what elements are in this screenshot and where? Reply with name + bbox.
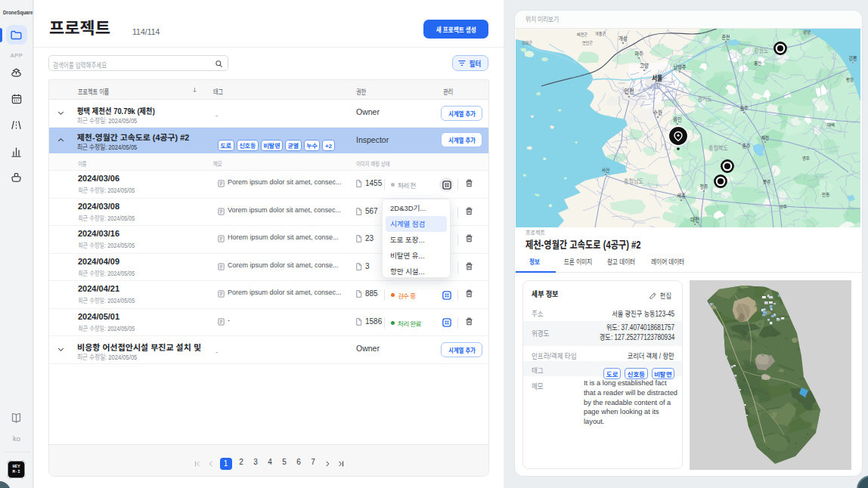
svg-text:배천군: 배천군 <box>577 31 587 38</box>
svg-text:서산: 서산 <box>602 165 610 174</box>
svg-text:수원: 수원 <box>653 108 662 116</box>
svg-text:평창: 평창 <box>846 76 854 83</box>
svg-text:용인: 용인 <box>673 115 682 123</box>
svg-text:충주: 충주 <box>742 141 751 150</box>
svg-text:강화군: 강화군 <box>522 39 532 46</box>
svg-text:태백: 태백 <box>827 121 835 128</box>
svg-text:서울: 서울 <box>652 72 662 83</box>
svg-text:연안군: 연안군 <box>582 39 593 46</box>
svg-text:남양주: 남양주 <box>674 63 687 71</box>
svg-text:개풍군: 개풍군 <box>595 30 606 37</box>
svg-text:인천: 인천 <box>625 86 634 96</box>
svg-text:양양: 양양 <box>803 29 811 36</box>
svg-text:춘천: 춘천 <box>722 32 730 41</box>
svg-text:고양: 고양 <box>640 61 649 69</box>
svg-text:제천: 제천 <box>761 134 769 141</box>
svg-text:안동: 안동 <box>822 190 829 198</box>
svg-text:강릉: 강릉 <box>849 54 857 62</box>
svg-text:개성: 개성 <box>618 34 628 42</box>
svg-text:세종: 세종 <box>677 191 686 199</box>
svg-text:문경: 문경 <box>763 178 770 185</box>
svg-text:원주: 원주 <box>740 103 749 112</box>
svg-text:충청남도: 충청남도 <box>624 176 643 185</box>
svg-text:충청북도: 충청북도 <box>708 143 728 152</box>
svg-text:경기도: 경기도 <box>698 94 712 103</box>
svg-text:청주: 청주 <box>700 182 708 190</box>
svg-text:대전: 대전 <box>690 215 699 224</box>
svg-text:강원도: 강원도 <box>755 45 769 54</box>
svg-text:파주: 파주 <box>635 49 643 57</box>
svg-text:영주: 영주 <box>802 154 810 162</box>
svg-text:상주: 상주 <box>780 202 787 210</box>
svg-text:홍천: 홍천 <box>754 59 761 66</box>
